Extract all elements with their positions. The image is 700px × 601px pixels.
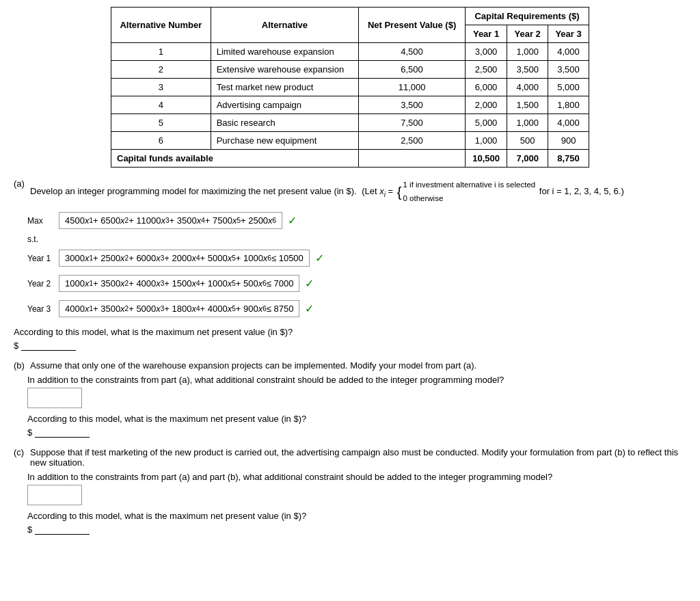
cell-y1: 6,000	[465, 79, 507, 96]
cell-num: 1	[111, 43, 211, 61]
year2-label: Year 2	[27, 279, 55, 289]
check-year3: ✓	[305, 302, 314, 315]
cell-alt: Advertising campaign	[211, 96, 359, 114]
cell-alt: Basic research	[211, 114, 359, 132]
part-b-max-question: According to this model, what is the max…	[27, 414, 686, 424]
part-c-answer-input[interactable]	[35, 524, 90, 535]
cell-npv: 3,500	[359, 96, 466, 114]
cell-y3: 900	[548, 132, 589, 150]
cell-num: 6	[111, 132, 211, 150]
part-a-question: Develop an integer programming model for…	[30, 178, 624, 205]
year3-expr: 4000x1 + 3500x2 + 5000x3 + 1800x4 + 4000…	[59, 300, 299, 317]
part-b-question: Assume that only one of the warehouse ex…	[30, 360, 476, 371]
max-expr: 4500x1 + 6500x2 + 11000x3 + 3500x4 + 750…	[59, 212, 282, 229]
part-c-id: (c)	[14, 447, 26, 457]
check-year2: ✓	[305, 277, 314, 290]
max-row: Max 4500x1 + 6500x2 + 11000x3 + 3500x4 +…	[27, 209, 686, 232]
cell-y3: 1,800	[548, 96, 589, 114]
part-c-dollar-sign: $	[27, 524, 32, 535]
col-year1: Year 1	[465, 25, 507, 43]
piecewise-2: 0 otherwise	[403, 192, 536, 206]
year3-constraint-row: Year 3 4000x1 + 3500x2 + 5000x3 + 1800x4…	[27, 297, 686, 320]
year1-constraint-row: Year 1 3000x1 + 2500x2 + 6000x3 + 2000x4…	[27, 247, 686, 269]
table-row: 2 Extensive warehouse expansion 6,500 2,…	[111, 61, 589, 79]
cell-y1: 2,000	[465, 96, 507, 114]
cell-npv: 11,000	[359, 79, 466, 96]
cell-y2: 1,500	[507, 96, 548, 114]
capital-funds-y2: 7,000	[507, 150, 548, 168]
capital-funds-npv	[359, 150, 466, 168]
cell-y3: 4,000	[548, 114, 589, 132]
capital-funds-row: Capital funds available 10,500 7,000 8,7…	[111, 150, 589, 168]
col-year3: Year 3	[548, 25, 589, 43]
cell-y3: 4,000	[548, 43, 589, 61]
part-c-question: Suppose that if test marketing of the ne…	[30, 447, 686, 468]
year2-expr: 1000x1 + 3500x2 + 4000x3 + 1500x4 + 1000…	[59, 275, 299, 292]
part-a-dollar-row: $	[14, 340, 686, 351]
check-max: ✓	[288, 214, 297, 227]
capital-funds-label: Capital funds available	[111, 150, 359, 168]
table-row: 1 Limited warehouse expansion 4,500 3,00…	[111, 43, 589, 61]
cell-y2: 4,000	[507, 79, 548, 96]
col-alternative: Alternative	[211, 8, 359, 43]
cell-y2: 1,000	[507, 114, 548, 132]
cell-alt: Test market new product	[211, 79, 359, 96]
cell-y1: 1,000	[465, 132, 507, 150]
table-row: 6 Purchase new equipment 2,500 1,000 500…	[111, 132, 589, 150]
cell-npv: 7,500	[359, 114, 466, 132]
table-row: 4 Advertising campaign 3,500 2,000 1,500…	[111, 96, 589, 114]
cap-req-header: Capital Requirements ($)	[465, 8, 589, 25]
cell-y2: 3,500	[507, 61, 548, 79]
cell-npv: 4,500	[359, 43, 466, 61]
part-c-section: (c) Suppose that if test marketing of th…	[14, 447, 686, 535]
part-c-constraint-input[interactable]	[27, 485, 82, 505]
year3-label: Year 3	[27, 304, 55, 314]
part-b-subq: In addition to the constraints from part…	[27, 375, 686, 385]
part-b-dollar-row: $	[27, 427, 686, 438]
part-a-max-question: According to this model, what is the max…	[14, 327, 686, 337]
year1-label: Year 1	[27, 254, 55, 263]
col-alt-number: Alternative Number	[111, 8, 211, 43]
part-a-dollar-sign: $	[14, 340, 18, 351]
cell-num: 3	[111, 79, 211, 96]
part-b-id: (b)	[14, 360, 26, 371]
part-a-id: (a)	[14, 178, 26, 189]
max-label: Max	[27, 216, 55, 226]
part-b-dollar-sign: $	[27, 427, 32, 438]
cell-num: 5	[111, 114, 211, 132]
cell-alt: Purchase new equipment	[211, 132, 359, 150]
part-a-answer-input[interactable]	[21, 340, 76, 351]
cell-y3: 5,000	[548, 79, 589, 96]
part-a-section: (a) Develop an integer programming model…	[14, 178, 686, 351]
cell-alt: Limited warehouse expansion	[211, 43, 359, 61]
piecewise-1: 1 if investment alternative i is selecte…	[403, 178, 536, 192]
year1-expr: 3000x1 + 2500x2 + 6000x3 + 2000x4 + 5000…	[59, 250, 310, 267]
cell-y1: 3,000	[465, 43, 507, 61]
data-table: Alternative Number Alternative Net Prese…	[111, 7, 589, 168]
cell-num: 4	[111, 96, 211, 114]
part-c-max-question: According to this model, what is the max…	[27, 511, 686, 521]
table-row: 5 Basic research 7,500 5,000 1,000 4,000	[111, 114, 589, 132]
part-c-dollar-row: $	[27, 524, 686, 535]
check-year1: ✓	[315, 252, 324, 265]
cell-npv: 2,500	[359, 132, 466, 150]
col-year2: Year 2	[507, 25, 548, 43]
col-npv: Net Present Value ($)	[359, 8, 466, 43]
part-b-constraint-input[interactable]	[27, 388, 82, 408]
capital-funds-y3: 8,750	[548, 150, 589, 168]
cell-y3: 3,500	[548, 61, 589, 79]
cell-y1: 5,000	[465, 114, 507, 132]
cell-y1: 2,500	[465, 61, 507, 79]
cell-alt: Extensive warehouse expansion	[211, 61, 359, 79]
part-b-section: (b) Assume that only one of the warehous…	[14, 360, 686, 438]
cell-y2: 1,000	[507, 43, 548, 61]
year2-constraint-row: Year 2 1000x1 + 3500x2 + 4000x3 + 1500x4…	[27, 272, 686, 295]
cell-npv: 6,500	[359, 61, 466, 79]
cell-y2: 500	[507, 132, 548, 150]
table-row: 3 Test market new product 11,000 6,000 4…	[111, 79, 589, 96]
for-text: for i = 1, 2, 3, 4, 5, 6.	[539, 186, 621, 196]
part-b-answer-input[interactable]	[35, 427, 90, 438]
st-label: s.t.	[27, 235, 686, 244]
capital-funds-y1: 10,500	[465, 150, 507, 168]
part-c-subq: In addition to the constraints from part…	[27, 472, 686, 482]
